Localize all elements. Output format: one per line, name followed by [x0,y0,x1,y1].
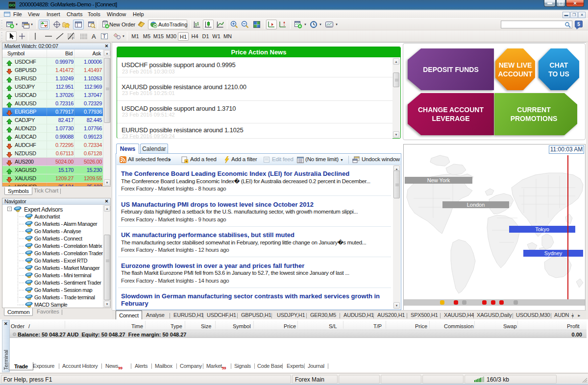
svg-text:f: f [72,37,74,40]
svg-text:A: A [92,33,96,40]
svg-text:T: T [103,33,106,39]
